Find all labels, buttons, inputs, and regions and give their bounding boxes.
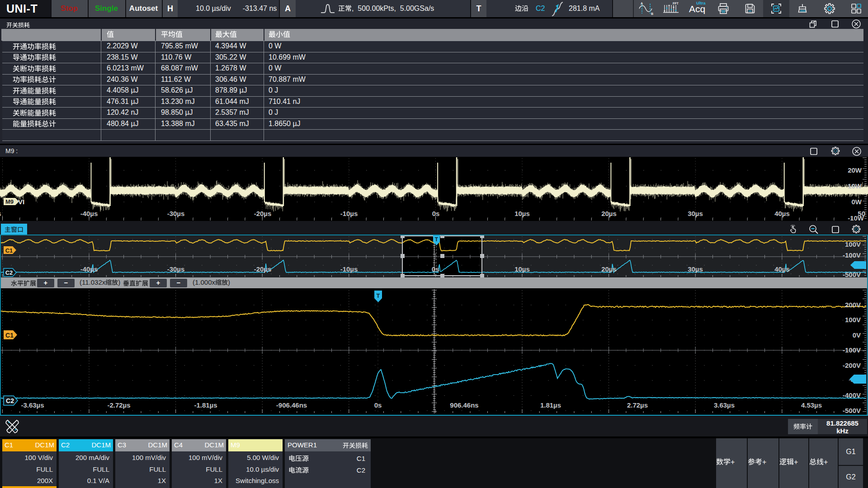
svg-text:-20µs: -20µs (254, 210, 272, 217)
svg-text:200V: 200V (845, 301, 861, 309)
svg-text:906.46ns: 906.46ns (450, 401, 478, 409)
svg-text:4.53µs: 4.53µs (801, 401, 822, 409)
svg-text:-906.46ns: -906.46ns (276, 401, 307, 409)
svg-text:C2: C2 (5, 269, 13, 276)
svg-text:30µs: 30µs (688, 210, 703, 217)
svg-text:A: A (641, 2, 643, 5)
svg-text:-400V: -400V (843, 391, 861, 399)
svg-text:40µs: 40µs (774, 265, 790, 273)
svg-text:0µs: 0µs (0, 210, 1, 217)
svg-text:-500V: -500V (843, 407, 861, 414)
svg-text:2.72µs: 2.72µs (627, 401, 648, 409)
svg-text:T: T (377, 292, 380, 299)
svg-text:-100V: -100V (843, 251, 861, 259)
svg-text:30µs: 30µs (688, 265, 703, 273)
svg-text:10µs: 10µs (514, 265, 530, 273)
svg-text:10µs: 10µs (514, 210, 530, 217)
svg-text:0s: 0s (432, 210, 440, 217)
svg-text:10W: 10W (848, 182, 862, 190)
svg-text:-30µs: -30µs (167, 210, 185, 217)
svg-text:0s: 0s (432, 265, 439, 273)
svg-text:-40µs: -40µs (80, 210, 98, 217)
svg-text:-2.72µs: -2.72µs (107, 401, 130, 409)
svg-text:20W: 20W (848, 166, 862, 174)
svg-text:20µs: 20µs (601, 265, 617, 273)
svg-text:1.81µs: 1.81µs (540, 401, 561, 409)
svg-text:M9: M9 (5, 198, 14, 205)
svg-text:-3.63µs: -3.63µs (21, 401, 44, 409)
svg-text:-10µs: -10µs (340, 210, 358, 217)
svg-text:B: B (651, 12, 653, 15)
svg-text:0V: 0V (853, 331, 861, 339)
svg-text:-500V: -500V (843, 271, 861, 277)
svg-text:-10µs: -10µs (340, 265, 358, 273)
svg-text:100V: 100V (845, 240, 861, 248)
svg-text:-30µs: -30µs (167, 265, 185, 273)
svg-text:C1: C1 (5, 332, 14, 339)
svg-text:3.63µs: 3.63µs (714, 401, 735, 409)
svg-text:-20µs: -20µs (254, 265, 272, 273)
svg-text:0s: 0s (374, 401, 382, 409)
svg-text:40µs: 40µs (774, 210, 790, 217)
svg-text:-100V: -100V (843, 346, 861, 354)
svg-text:FFT: FFT (673, 2, 679, 5)
svg-text:-200V: -200V (843, 361, 861, 369)
svg-text:VI: VI (18, 198, 24, 206)
svg-text:-40µs: -40µs (80, 265, 98, 273)
svg-text:0W: 0W (852, 198, 862, 206)
svg-text:C1: C1 (5, 247, 13, 254)
svg-text:100V: 100V (845, 316, 861, 324)
svg-text:-1.81µs: -1.81µs (194, 401, 217, 409)
svg-text:T: T (435, 236, 439, 243)
svg-text:20µs: 20µs (601, 210, 617, 217)
svg-text:C2: C2 (6, 397, 14, 404)
svg-text:-10W: -10W (848, 214, 864, 221)
